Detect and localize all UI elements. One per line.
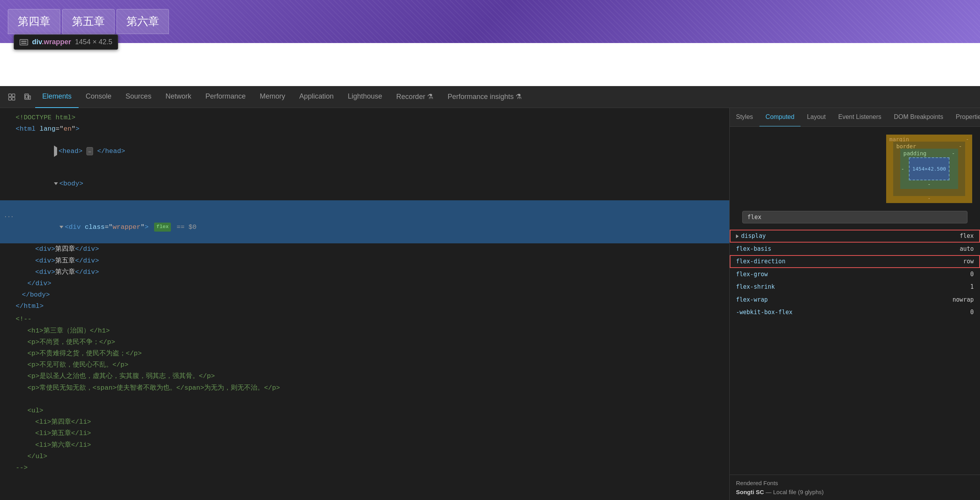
tab-elements[interactable]: Elements	[35, 86, 79, 108]
prop-flex-direction[interactable]: flex-direction row	[730, 255, 980, 268]
preview-tab-1[interactable]: 第四章	[8, 9, 60, 34]
prop-flex-shrink-value: 1	[970, 282, 974, 291]
html-line-html-close: </html>	[0, 300, 729, 312]
html-comment-blank	[0, 394, 729, 405]
margin-dash-bottom: -	[928, 195, 931, 201]
right-tab-event-listeners[interactable]: Event Listeners	[832, 108, 887, 127]
preview-tab-2[interactable]: 第五章	[62, 9, 115, 34]
padding-dash-left: -	[901, 166, 904, 172]
font-name: Songti SC	[736, 489, 764, 495]
prop-flex-wrap[interactable]: flex-wrap nowrap	[730, 293, 980, 306]
rendered-fonts-title: Rendered Fonts	[736, 480, 974, 486]
devtools-tab-bar: Elements Console Sources Network Perform…	[0, 86, 980, 108]
svg-rect-5	[25, 95, 28, 98]
right-tab-styles[interactable]: Styles	[730, 108, 759, 127]
svg-rect-2	[9, 97, 11, 100]
prop-flex-basis-name: flex-basis	[736, 245, 771, 254]
box-model: margin - - border - padding - -	[886, 135, 972, 203]
prop-display-expand-icon[interactable]	[736, 234, 739, 238]
font-source: Local file	[773, 489, 796, 495]
border-dash-right: -	[959, 143, 962, 149]
html-line-body-close: </body>	[0, 289, 729, 300]
tab-performance-insights[interactable]: Performance insights ⚗	[440, 86, 529, 108]
prop-flex-shrink-name: flex-shrink	[736, 282, 775, 291]
tooltip-element-icon	[20, 39, 28, 45]
tab-console[interactable]: Console	[79, 86, 118, 108]
inspect-icon-btn[interactable]	[4, 89, 20, 105]
content-box: 1454×42.500	[909, 157, 949, 180]
padding-label: padding	[903, 150, 926, 156]
tab-memory[interactable]: Memory	[253, 86, 292, 108]
html-line-div-wrapper[interactable]: ... <div class="wrapper"> flex == $0	[0, 200, 729, 244]
svg-rect-0	[9, 94, 11, 97]
prop-flex-basis-value: auto	[960, 245, 974, 254]
font-glyphs: (9 glyphs)	[798, 489, 824, 495]
html-comment-p5: <p>常使民无知无欲，<span>使夫智者不敢为也。</span>为无为，则无不…	[0, 382, 729, 394]
prop-flex-wrap-value: nowrap	[953, 295, 974, 304]
html-comment-li3: <li>第六章</li>	[0, 439, 729, 451]
right-tab-bar: Styles Computed Layout Event Listeners D…	[730, 108, 980, 127]
right-tab-computed[interactable]: Computed	[759, 108, 801, 127]
html-comment-p2: <p>不贵难得之货，使民不为盗；</p>	[0, 348, 729, 359]
rendered-font-entry: Songti SC — Local file (9 glyphs)	[736, 489, 974, 495]
html-line-body-open: <body>	[0, 167, 729, 200]
html-line-div-5: <div>第五章</div>	[0, 255, 729, 266]
tab-network[interactable]: Network	[158, 86, 198, 108]
html-comment-h1: <h1>第三章（治国）</h1>	[0, 325, 729, 336]
element-tooltip: div.wrapper 1454 × 42.5	[14, 34, 118, 50]
prop-display[interactable]: display flex	[730, 230, 980, 243]
html-comment-p3: <p>不见可欲，使民心不乱。</p>	[0, 359, 729, 371]
prop-flex-grow[interactable]: flex-grow 0	[730, 268, 980, 281]
preview-banner: 第四章 第五章 第六章	[0, 0, 980, 43]
html-panel[interactable]: <!DOCTYPE html> <html lang="en"> <head> …	[0, 108, 730, 500]
html-line-div-4: <div>第四章</div>	[0, 243, 729, 255]
html-line-html: <html lang="en">	[0, 123, 729, 135]
html-line-doctype: <!DOCTYPE html>	[0, 112, 729, 123]
computed-panel: Styles Computed Layout Event Listeners D…	[730, 108, 980, 500]
svg-rect-3	[12, 97, 15, 100]
padding-dash-bottom: -	[928, 181, 931, 187]
svg-rect-1	[12, 94, 15, 97]
prop-flex-basis[interactable]: flex-basis auto	[730, 243, 980, 255]
preview-tab-3[interactable]: 第六章	[117, 9, 169, 34]
device-icon-btn[interactable]	[20, 89, 35, 105]
prop-flex-shrink[interactable]: flex-shrink 1	[730, 281, 980, 293]
prop-webkit-box-flex[interactable]: -webkit-box-flex 0	[730, 306, 980, 319]
tab-recorder[interactable]: Recorder ⚗	[389, 86, 440, 108]
font-separator: —	[766, 489, 773, 495]
tab-performance[interactable]: Performance	[198, 86, 253, 108]
prop-flex-grow-value: 0	[970, 270, 974, 279]
html-comment-end: -->	[0, 462, 729, 473]
html-comment-p1: <p>不尚贤，使民不争；</p>	[0, 336, 729, 348]
html-comment-start: <!--	[0, 313, 729, 325]
prop-webkit-box-flex-value: 0	[970, 308, 974, 317]
tab-application[interactable]: Application	[292, 86, 341, 108]
computed-props-list: display flex flex-basis auto flex-direct…	[730, 230, 980, 475]
html-comment-li1: <li>第四章</li>	[0, 416, 729, 428]
right-tab-dom-breakpoints[interactable]: DOM Breakpoints	[888, 108, 949, 127]
tab-sources[interactable]: Sources	[118, 86, 158, 108]
right-tab-layout[interactable]: Layout	[801, 108, 832, 127]
tooltip-class: div.wrapper	[32, 38, 71, 46]
devtools-panel: Elements Console Sources Network Perform…	[0, 86, 980, 500]
html-comment-ul-close: </ul>	[0, 451, 729, 462]
prop-flex-grow-name: flex-grow	[736, 270, 768, 279]
box-model-container: margin - - border - padding - -	[730, 127, 980, 211]
content-size: 1454×42.500	[912, 166, 946, 172]
prop-display-name: display	[736, 232, 766, 241]
tooltip-size: 1454 × 42.5	[75, 38, 113, 46]
html-comment-ul: <ul>	[0, 405, 729, 416]
devtools-main-content: <!DOCTYPE html> <html lang="en"> <head> …	[0, 108, 980, 500]
html-comment-li2: <li>第五章</li>	[0, 428, 729, 439]
preview-area: 第四章 第五章 第六章 div.wrapper 1454 × 42.5	[0, 0, 980, 86]
padding-dash-right: -	[952, 150, 955, 156]
margin-dash-right: -	[966, 136, 969, 142]
prop-webkit-box-flex-name: -webkit-box-flex	[736, 308, 793, 317]
prop-flex-direction-name: flex-direction	[736, 257, 785, 266]
tab-lighthouse[interactable]: Lighthouse	[341, 86, 389, 108]
html-line-div-close: </div>	[0, 278, 729, 289]
html-line-head: <head> … </head>	[0, 135, 729, 167]
computed-search-input[interactable]	[742, 211, 967, 223]
svg-rect-6	[29, 96, 31, 99]
right-tab-properties[interactable]: Properties	[949, 108, 980, 127]
